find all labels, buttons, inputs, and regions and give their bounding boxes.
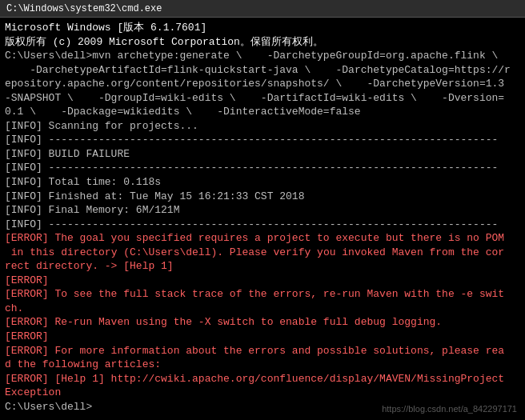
terminal-line: rect directory. -> [Help 1] bbox=[5, 259, 520, 274]
terminal-line: [INFO] BUILD FAILURE bbox=[5, 147, 520, 162]
terminal-line: epository.apache.org/content/repositorie… bbox=[5, 77, 520, 91]
terminal-line: [INFO] Final Memory: 6M/121M bbox=[5, 203, 520, 218]
terminal-line: d the following articles: bbox=[5, 358, 520, 372]
terminal-line: [ERROR] To see the full stack trace of t… bbox=[5, 287, 520, 302]
titlebar-text: C:\Windows\system32\cmd.exe bbox=[6, 3, 162, 14]
terminal-line: [ERROR] The goal you specified requires … bbox=[5, 231, 520, 246]
window-titlebar: C:\Windows\system32\cmd.exe bbox=[0, 0, 525, 18]
terminal-line: [INFO] Total time: 0.118s bbox=[5, 175, 520, 190]
terminal-line: [ERROR] [Help 1] http://cwiki.apache.org… bbox=[5, 372, 520, 386]
terminal-line: [INFO] ---------------------------------… bbox=[5, 218, 520, 232]
terminal-line: [ERROR] Re-run Maven using the -X switch… bbox=[5, 315, 520, 330]
terminal-line: [INFO] Finished at: Tue May 15 16:21:33 … bbox=[5, 190, 520, 204]
terminal-line: Microsoft Windows [版本 6.1.7601] bbox=[5, 21, 520, 35]
terminal-line: [ERROR] bbox=[5, 330, 520, 344]
terminal-line: -SNAPSHOT \ -DgroupId=wiki-edits \ -Dart… bbox=[5, 91, 520, 106]
terminal-line: 0.1 \ -Dpackage=wikiedits \ -Dinteractiv… bbox=[5, 105, 520, 119]
terminal-line: [ERROR] bbox=[5, 274, 520, 288]
terminal[interactable]: Microsoft Windows [版本 6.1.7601]版权所有 (c) … bbox=[0, 18, 525, 420]
terminal-line: ch. bbox=[5, 302, 520, 316]
watermark: https://blog.csdn.net/a_842297171 bbox=[382, 404, 517, 414]
terminal-line: C:\Users\dell>mvn archetype:generate \ -… bbox=[5, 49, 520, 63]
terminal-line: 版权所有 (c) 2009 Microsoft Corporation。保留所有… bbox=[5, 35, 520, 50]
terminal-line: Exception bbox=[5, 386, 520, 400]
terminal-line: [ERROR] For more information about the e… bbox=[5, 344, 520, 358]
terminal-line: in this directory (C:\Users\dell). Pleas… bbox=[5, 246, 520, 260]
terminal-line: [INFO] Scanning for projects... bbox=[5, 119, 520, 134]
terminal-line: [INFO] ---------------------------------… bbox=[5, 133, 520, 147]
terminal-line: [INFO] ---------------------------------… bbox=[5, 161, 520, 175]
terminal-line: -DarchetypeArtifactId=flink-quickstart-j… bbox=[5, 63, 520, 78]
